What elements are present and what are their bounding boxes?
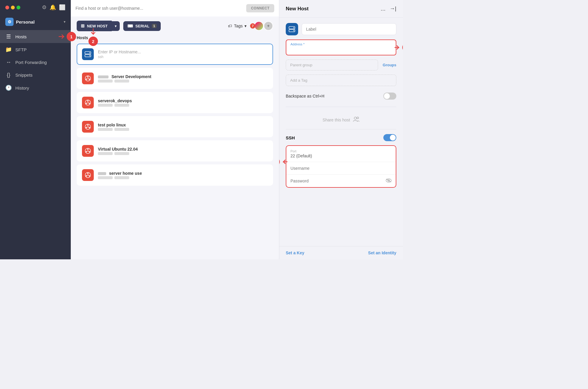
set-key-link[interactable]: Set a Key [286,250,304,255]
host-icon-virtual [82,145,94,157]
label-row [286,23,396,35]
username-input[interactable] [290,166,392,171]
list-item[interactable]: test polo linux [77,116,273,137]
panel-footer: Set a Key Set an Identity [279,246,403,259]
set-identity-link[interactable]: Set an Identity [368,250,396,255]
new-host-main-button[interactable]: ⊞ NEW HOST [77,21,112,31]
connect-button[interactable]: CONNECT [246,4,274,12]
svg-point-29 [357,117,359,119]
address-input[interactable] [290,47,392,52]
share-icon [353,116,359,123]
workspace-label: Personal [16,19,35,24]
host-icon-test-polo [82,121,94,133]
groups-link[interactable]: Groups [383,63,396,67]
password-input[interactable] [290,179,392,183]
search-input[interactable] [75,6,243,11]
chevron-down-icon: ▾ [115,24,117,28]
new-host-info: Enter IP or Hostname... ssh [98,50,268,59]
port-forwarding-icon: ↔ [5,59,12,65]
serial-badge: 1 [152,24,157,28]
label-input[interactable] [302,23,396,35]
right-panel: New Host ... →| Address * [279,0,403,259]
host-name-server-dev: Server Development [98,74,268,79]
annotation-4-circle: 4 [279,157,280,167]
sidebar-item-sftp[interactable]: 📁 SFTP [0,43,71,56]
host-info-home: server home use [98,171,268,179]
new-host-name: Enter IP or Hostname... [98,50,268,54]
host-sub-serverok [98,104,268,107]
workspace-section[interactable]: ⚙ Personal ▾ [0,15,71,30]
host-icon-serverok [82,97,94,108]
svg-point-17 [87,149,88,150]
ssh-toggle[interactable] [383,134,396,141]
sidebar-item-snippets[interactable]: {} Snippets [0,69,71,81]
add-avatar-button[interactable]: + [264,21,273,31]
search-bar: CONNECT [71,0,279,17]
serial-button[interactable]: ⌨ SERIAL 1 [123,21,161,31]
host-name-home: server home use [98,171,268,176]
port-field: Port 22 (Default) [286,146,396,162]
tags-chevron-icon: ▾ [244,24,247,28]
people-icon [353,116,359,122]
tags-label: Tags [234,24,243,28]
toggle-password-icon[interactable] [386,178,392,184]
host-icon-server-dev [82,72,94,84]
ubuntu-icon [85,75,91,82]
bell-icon[interactable]: 🔔 [50,4,56,11]
host-sub-server-dev [98,80,268,83]
more-options-button[interactable]: ... [381,5,386,12]
svg-point-5 [87,76,88,77]
password-field [286,175,396,187]
ssh-label: SSH [286,135,295,140]
sidebar-item-history[interactable]: 🕐 History [0,81,71,94]
sidebar-item-hosts-label: Hosts [15,34,27,39]
host-name-serverok: serverok_devops [98,98,268,103]
expand-button[interactable]: →| [390,6,396,12]
chevron-down-icon[interactable]: ▾ [64,20,65,24]
svg-point-27 [293,30,294,31]
list-item[interactable]: Server Development [77,68,273,89]
new-host-card[interactable]: Enter IP or Hostname... ssh [77,44,273,65]
host-icon-home [82,169,94,181]
sidebar-item-port-forwarding-label: Port Forwarding [15,60,47,65]
new-host-dropdown-button[interactable]: ▾ [112,21,120,31]
port-label: Port [290,149,392,153]
svg-point-13 [87,124,88,126]
backspace-toggle[interactable] [383,93,396,100]
panel-body: Address * 3 Parent group Groups Add a Ta… [279,18,403,246]
list-item[interactable]: server home use [77,164,273,186]
terminal-icon[interactable]: ⬜ [59,4,65,11]
sidebar-nav: ☰ Hosts 1 📁 SFTP ↔ Port Forwarding {} Sn… [0,30,71,94]
panel-title: New Host [286,6,308,12]
sidebar-item-snippets-label: Snippets [15,72,32,78]
ubuntu-icon [85,99,91,106]
sidebar-top: ⚙ 🔔 ⬜ [0,0,71,15]
panel-header: New Host ... →| [279,0,403,18]
new-host-label: NEW HOST [87,24,108,28]
close-window-button[interactable] [5,6,9,9]
svg-point-9 [87,100,88,101]
maximize-window-button[interactable] [17,6,20,9]
hosts-section: Hosts Enter IP or Hostname... ssh [71,35,279,259]
host-info-test-polo: test polo linux [98,123,268,131]
new-host-icon [82,48,94,60]
new-host-sub: ssh [98,55,268,59]
sidebar-item-port-forwarding[interactable]: ↔ Port Forwarding [0,56,71,69]
parent-group-box[interactable]: Parent group [286,60,378,70]
sidebar-item-hosts[interactable]: ☰ Hosts 1 [0,30,71,43]
avatar[interactable] [254,21,264,31]
annotation-1-arrow [58,34,65,39]
username-field [286,162,396,175]
minimize-window-button[interactable] [11,6,15,9]
ubuntu-icon [85,123,91,130]
gear-icon[interactable]: ⚙ [42,4,47,11]
add-tag-box[interactable]: Add a Tag [286,75,396,86]
list-item[interactable]: serverok_devops [77,92,273,113]
list-item[interactable]: Virtual Ubuntu 22.04 [77,140,273,161]
new-host-grid-icon: ⊞ [81,23,85,29]
tag-icon: 🏷 [228,24,232,28]
sftp-icon: 📁 [5,46,12,53]
main-content: CONNECT ⊞ NEW HOST ▾ 2 ⌨ SERIAL [71,0,279,259]
backspace-label: Backspace as Ctrl+H [286,94,324,98]
tags-button[interactable]: 🏷 Tags ▾ [228,24,247,28]
